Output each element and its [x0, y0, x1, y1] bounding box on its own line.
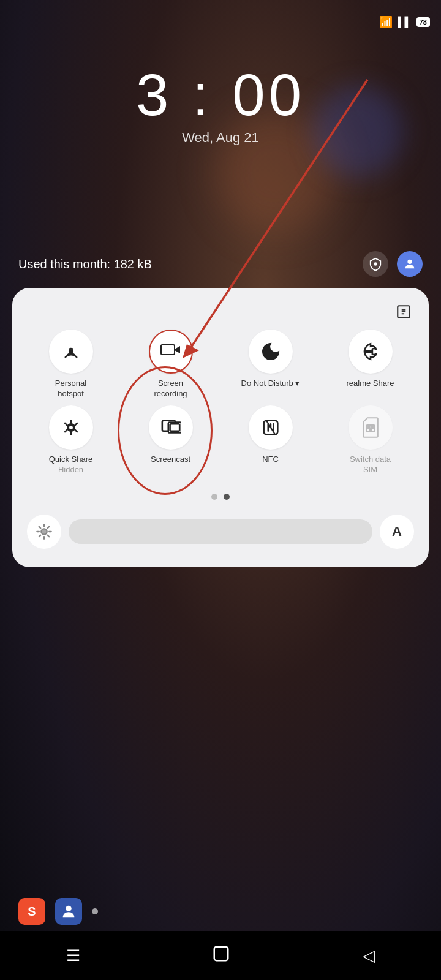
dot-1: [211, 494, 217, 500]
nfc-icon: [249, 405, 293, 450]
tray-icon-shopee[interactable]: S: [18, 898, 45, 925]
dot-2: [224, 494, 230, 500]
switch-data-sim-icon: [349, 405, 393, 450]
font-size-button[interactable]: A: [380, 514, 414, 549]
tile-realme-share[interactable]: realme Share: [322, 330, 419, 399]
clock-area: 3 : 00 Wed, Aug 21: [0, 61, 441, 146]
svg-line-24: [48, 526, 50, 528]
usage-text: Used this month: 182 kB: [18, 257, 152, 271]
personal-hotspot-icon: [49, 330, 93, 374]
tile-nfc[interactable]: NFC: [222, 405, 319, 475]
nav-back-icon[interactable]: ◁: [363, 946, 375, 965]
bottom-controls: A: [18, 506, 423, 549]
svg-rect-6: [161, 345, 175, 355]
qs-header: [18, 300, 423, 330]
user-icon-btn[interactable]: [397, 251, 423, 277]
qs-tile-grid: Personalhotspot Screenrecording Do Not D…: [18, 330, 423, 475]
quick-share-label: Quick Share: [49, 454, 93, 465]
security-icon-btn[interactable]: [363, 251, 388, 277]
realme-share-icon: [349, 330, 393, 374]
tile-screencast[interactable]: Screencast: [122, 405, 219, 475]
tile-do-not-disturb[interactable]: Do Not Disturb ▾: [222, 330, 319, 399]
svg-rect-26: [214, 946, 228, 960]
personal-hotspot-label: Personalhotspot: [55, 379, 86, 399]
brightness-button[interactable]: [27, 514, 61, 549]
realme-share-label: realme Share: [346, 379, 394, 389]
do-not-disturb-icon: [249, 330, 293, 374]
nav-menu-icon[interactable]: ☰: [66, 946, 80, 965]
nav-home-icon[interactable]: [212, 944, 230, 967]
clock-date: Wed, Aug 21: [182, 130, 259, 146]
signal-icon: ▌▌: [398, 17, 412, 28]
switch-data-sim-label: Switch dataSIM: [350, 454, 391, 475]
nfc-label: NFC: [262, 454, 279, 465]
quick-settings-panel: Personalhotspot Screenrecording Do Not D…: [12, 288, 429, 567]
svg-point-0: [374, 262, 377, 266]
tray-icon-2[interactable]: [55, 898, 82, 925]
tray-dot: [92, 908, 98, 914]
screen-recording-icon: [149, 330, 193, 374]
usage-bar: Used this month: 182 kB: [18, 251, 423, 277]
status-bar: 📶 ▌▌ 78: [0, 0, 441, 37]
tile-switch-data-sim[interactable]: Switch dataSIM: [322, 405, 419, 475]
app-tray: S: [0, 893, 441, 930]
svg-line-23: [39, 535, 41, 537]
tile-personal-hotspot[interactable]: Personalhotspot: [22, 330, 119, 399]
svg-point-25: [66, 906, 71, 911]
screencast-label: Screencast: [151, 454, 190, 465]
svg-line-22: [48, 535, 50, 537]
screen-recording-label: Screenrecording: [154, 379, 187, 399]
tile-screen-recording[interactable]: Screenrecording: [122, 330, 219, 399]
svg-line-21: [39, 526, 41, 528]
battery-indicator: 78: [417, 17, 430, 27]
screencast-icon: [149, 405, 193, 450]
do-not-disturb-label: Do Not Disturb ▾: [241, 379, 300, 389]
svg-rect-15: [369, 428, 371, 430]
svg-point-1: [407, 260, 412, 264]
brightness-slider[interactable]: [69, 519, 372, 544]
wifi-icon: 📶: [379, 15, 393, 29]
pagination-dots: [18, 494, 423, 500]
svg-point-16: [41, 529, 47, 534]
quick-share-icon: [49, 405, 93, 450]
tile-quick-share[interactable]: Quick Share Hidden: [22, 405, 119, 475]
edit-button[interactable]: [392, 300, 415, 323]
quick-share-sublabel: Hidden: [58, 465, 83, 475]
clock-time: 3 : 00: [136, 61, 305, 129]
bottom-nav: ☰ ◁: [0, 931, 441, 980]
